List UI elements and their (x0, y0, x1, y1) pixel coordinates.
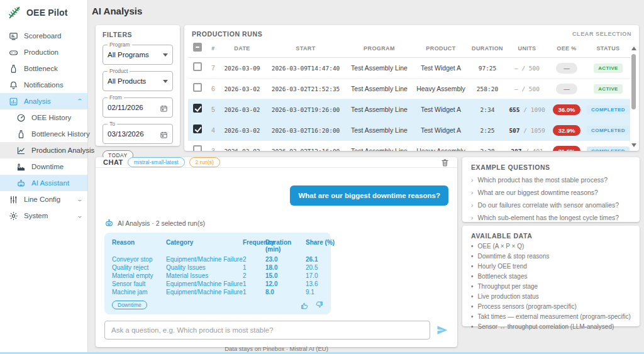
table-scrollbar[interactable] (630, 45, 638, 148)
date-cell: 2026-03-09 (219, 65, 265, 72)
model-chip: mistral-small-latest (128, 157, 185, 167)
runs-count-chip: 2 run(s) (189, 157, 220, 167)
available-title: AVAILABLE DATA (471, 232, 631, 240)
program-select[interactable]: Program All Programs (103, 45, 173, 65)
analysis-cell: 13.6 (306, 280, 337, 287)
sidebar-item-oee-history[interactable]: OEE History (0, 109, 87, 126)
sliders-icon (9, 195, 18, 204)
start-cell: 2026-03-02T12:16:00 (265, 148, 347, 152)
oee-badge: — (556, 63, 577, 74)
col-units: UNITS (505, 45, 549, 52)
example-questions-list: ›Which product has the most stable proce… (471, 176, 631, 221)
calendar-icon[interactable] (160, 130, 168, 138)
sidebar: OEE Pilot ScoreboardProductionBottleneck… (0, 0, 88, 354)
example-question-item[interactable]: ›Which product has the most stable proce… (471, 176, 631, 184)
scrollbar-thumb[interactable] (631, 54, 636, 109)
calendar-icon[interactable] (160, 104, 168, 112)
scroll-up-arrow[interactable] (631, 47, 636, 50)
analysis-cell: 1 (243, 264, 265, 271)
table-row-run-4[interactable]: 42026-03-022026-03-02T16:20:00Test Assem… (188, 120, 630, 141)
to-date-input[interactable]: To 03/13/2026 (103, 124, 173, 144)
row-checkbox[interactable] (193, 62, 202, 71)
from-date-input[interactable]: From 02/11/2026 (103, 97, 173, 118)
analysis-cell: 1 (243, 289, 265, 296)
sidebar-item-system[interactable]: System⌄ (0, 207, 87, 224)
sidebar-item-label: Downtime (31, 163, 64, 170)
program-label: Program (108, 41, 132, 48)
scroll-down-arrow[interactable] (631, 143, 636, 147)
bullet-icon: • (471, 283, 474, 290)
table-row-run-3[interactable]: 32026-03-022026-03-02T12:16:00Test Assem… (188, 141, 630, 151)
sidebar-item-production-analysis[interactable]: Production Analysis (0, 142, 87, 158)
select-all-checkbox[interactable] (193, 43, 202, 52)
production-runs-panel: PRODUCTION RUNS CLEAR SELECTION # DATE S… (184, 25, 639, 151)
program-cell: Test Assembly Line (347, 106, 412, 113)
sidebar-item-notifications[interactable]: Notifications (0, 77, 87, 93)
row-checkbox[interactable] (193, 145, 202, 151)
send-button[interactable] (436, 324, 448, 336)
sidebar-nav: ScoreboardProductionBottleneckNotificati… (0, 25, 87, 224)
gauge-icon (16, 113, 26, 123)
sidebar-item-label: Bottleneck History (31, 130, 90, 138)
thumbs-down-icon[interactable] (315, 301, 323, 309)
row-checkbox[interactable] (193, 124, 202, 133)
table-row-run-6[interactable]: 62026-03-022026-03-02T21:52:35Test Assem… (188, 79, 630, 99)
available-data-list: •OEE (A × P × Q)•Downtime & stop reasons… (471, 243, 631, 330)
sidebar-item-label: Scoreboard (24, 32, 61, 40)
chevron-down-icon: ⌄ (77, 213, 84, 219)
thumbs-up-icon[interactable] (301, 301, 309, 309)
col-start: START (265, 45, 347, 52)
sidebar-item-scoreboard[interactable]: Scoreboard (0, 28, 87, 44)
status-cell: ACTIVE (584, 84, 632, 94)
col-oee: OEE % (549, 45, 584, 52)
analysis-cell: 1 (243, 280, 265, 287)
table-row-run-7[interactable]: 72026-03-092026-03-09T14:47:40Test Assem… (188, 58, 630, 79)
analysis-cell: 20.5 (306, 264, 337, 271)
available-data-text: Live production status (478, 293, 539, 300)
bottle-icon (16, 130, 26, 139)
filters-title: FILTERS (103, 31, 173, 38)
program-cell: Test Assembly Line (347, 126, 412, 134)
sidebar-item-line-config[interactable]: Line Config⌄ (0, 191, 87, 207)
clear-chat-button[interactable] (440, 158, 450, 167)
sidebar-item-downtime[interactable]: Downtime (0, 158, 87, 175)
product-cell: Heavy Assembly (412, 85, 470, 92)
start-cell: 2026-03-02T16:20:00 (265, 127, 347, 134)
units-cell: — / 500 (505, 65, 549, 72)
from-label: From (108, 94, 124, 101)
table-row-run-5[interactable]: 52026-03-022026-03-02T19:26:00Test Assem… (188, 99, 630, 120)
chat-input[interactable] (104, 321, 430, 340)
sidebar-item-analysis[interactable]: Analysis⌃ (0, 93, 87, 109)
row-checkbox[interactable] (193, 83, 202, 92)
product-select[interactable]: Product All Products (103, 71, 173, 91)
bullet-icon: • (471, 313, 474, 320)
sidebar-item-production[interactable]: Production (0, 44, 87, 60)
program-value: All Programs (108, 51, 149, 58)
sidebar-item-ai-assistant[interactable]: AI Assistant (0, 175, 87, 191)
available-data-item: •Takt times — external measurement (prog… (471, 313, 631, 320)
downtime-analysis-table: ReasonCategoryFrequencyDuration (min)Sha… (112, 239, 323, 296)
available-data-text: Sensor ↔ throughput correlation (LLM-ana… (478, 323, 614, 330)
row-checkbox[interactable] (193, 104, 202, 113)
analysis-col-header: Frequency (243, 239, 265, 255)
col-duration: DURATION (470, 45, 505, 52)
chat-panel: CHAT mistral-small-latest 2 run(s) What … (96, 157, 457, 347)
example-question-item[interactable]: ›What are our biggest downtime reasons? (471, 189, 631, 196)
analysis-cell: 2 (243, 256, 265, 263)
clear-selection-button[interactable]: CLEAR SELECTION (572, 31, 631, 37)
status-badge: ACTIVE (594, 84, 623, 94)
sidebar-item-bottleneck[interactable]: Bottleneck (0, 60, 87, 77)
analysis-cell: 12.0 (265, 280, 306, 287)
status-cell: COMPLETED (584, 126, 632, 135)
run-number-cell: 7 (207, 64, 219, 72)
sidebar-item-bottleneck-history[interactable]: Bottleneck History (0, 126, 87, 142)
bullet-icon: • (471, 293, 474, 300)
example-question-item[interactable]: ›Do our failures correlate with sensor a… (471, 201, 631, 209)
analysis-cell: Material Issues (166, 272, 243, 279)
duration-cell: 2:34 (470, 106, 505, 113)
downtime-tag-chip[interactable]: Downtime (112, 301, 147, 309)
example-question-text: What are our biggest downtime reasons? (478, 189, 598, 196)
analysis-icon (9, 97, 18, 106)
example-question-text: Which product has the most stable proces… (478, 176, 608, 184)
example-question-item[interactable]: ›Which sub-element has the longest cycle… (471, 214, 631, 221)
